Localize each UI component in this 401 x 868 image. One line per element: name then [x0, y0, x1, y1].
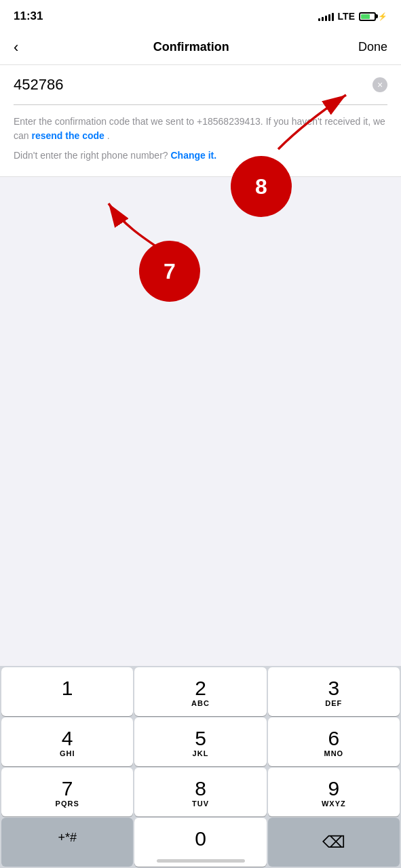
delete-icon: ⌫ [322, 833, 345, 852]
key-2[interactable]: 2 ABC [134, 667, 266, 716]
clear-button[interactable]: × [373, 77, 387, 92]
page-title: Confirmation [153, 40, 229, 54]
spacer [0, 177, 401, 435]
key-1[interactable]: 1 [1, 667, 133, 716]
content-area: × Enter the confirmation code that we se… [0, 65, 401, 177]
keypad-row-3: 7 PQRS 8 TUV 9 WXYZ [0, 768, 401, 816]
desc-period: . [107, 130, 110, 141]
status-time: 11:31 [14, 9, 43, 23]
battery-icon: ⚡ [359, 12, 387, 21]
key-9[interactable]: 9 WXYZ [268, 768, 400, 816]
status-bar: 11:31 LTE ⚡ [0, 0, 401, 30]
keypad-row-1: 1 2 ABC 3 DEF [0, 667, 401, 716]
done-button[interactable]: Done [358, 40, 387, 54]
input-separator [14, 104, 387, 105]
key-4[interactable]: 4 GHI [1, 717, 133, 766]
signal-bars-icon [318, 12, 334, 21]
desc-line1: Enter the confirmation code that we sent… [14, 116, 197, 127]
lte-label: LTE [338, 11, 355, 22]
home-indicator [157, 859, 245, 863]
code-input[interactable] [14, 76, 373, 94]
keypad: 1 2 ABC 3 DEF 4 GHI 5 JKL 6 MNO 7 PQRS [0, 666, 401, 868]
nav-bar: ‹ Confirmation Done [0, 30, 401, 65]
key-6[interactable]: 6 MNO [268, 717, 400, 766]
keypad-row-2: 4 GHI 5 JKL 6 MNO [0, 717, 401, 766]
status-icons: LTE ⚡ [318, 11, 387, 22]
charging-icon: ⚡ [378, 12, 387, 21]
key-5[interactable]: 5 JKL [134, 717, 266, 766]
key-7[interactable]: 7 PQRS [1, 768, 133, 816]
clear-icon: × [377, 80, 383, 90]
change-link[interactable]: Change it. [171, 150, 217, 161]
back-button[interactable]: ‹ [14, 36, 24, 59]
wrong-number-text: Didn't enter the right phone number? Cha… [14, 149, 387, 163]
key-3[interactable]: 3 DEF [268, 667, 400, 716]
resend-link[interactable]: resend the code [31, 130, 104, 141]
wrong-prefix: Didn't enter the right phone number? [14, 150, 171, 161]
code-input-row: × [14, 76, 387, 94]
key-special[interactable]: +*# [1, 818, 133, 867]
description-text: Enter the confirmation code that we sent… [14, 115, 387, 143]
key-delete[interactable]: ⌫ [268, 818, 400, 867]
key-8[interactable]: 8 TUV [134, 768, 266, 816]
desc-phone: +18568239413. [197, 116, 266, 127]
